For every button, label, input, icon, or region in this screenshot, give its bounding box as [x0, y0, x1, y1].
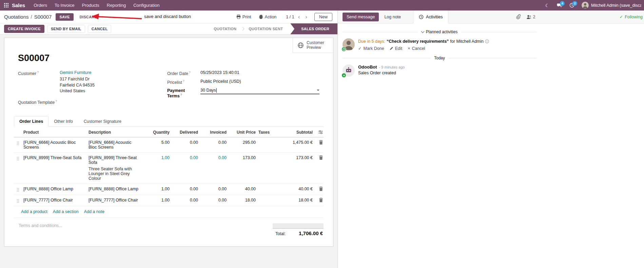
- terms-placeholder[interactable]: Terms and conditions...: [19, 223, 62, 228]
- pager: 1 / 1: [286, 15, 294, 19]
- help-icon: ?: [180, 93, 182, 96]
- log-note-button[interactable]: Log note: [380, 13, 405, 21]
- print-button[interactable]: Print: [234, 13, 254, 21]
- create-invoice-button[interactable]: CREATE INVOICE: [4, 25, 44, 33]
- apps-menu-icon[interactable]: [0, 0, 12, 11]
- send-by-email-button[interactable]: SEND BY EMAIL: [47, 25, 85, 33]
- add-section-link[interactable]: Add a section: [53, 209, 79, 214]
- customer-preview-button[interactable]: Customer Preview: [293, 38, 333, 53]
- table-row[interactable]: [FURN_8999] Three-Seat Sofa [FURN_8999] …: [14, 153, 324, 184]
- column-invoiced[interactable]: Invoiced: [199, 130, 227, 135]
- address-line: Fairfield CA 94535: [60, 82, 167, 89]
- table-row[interactable]: [FURN_8888] Office Lamp [FURN_8888] Offi…: [14, 184, 324, 195]
- state-quotation-sent[interactable]: QUOTATION SENT: [243, 23, 288, 34]
- help-icon: ?: [55, 99, 57, 103]
- order-date-field[interactable]: 05/25/2023 15:40:01: [200, 70, 319, 76]
- tab-other-info[interactable]: Other Info: [48, 116, 78, 127]
- cancel-button[interactable]: CANCEL: [88, 25, 112, 33]
- drag-handle-icon[interactable]: [14, 187, 22, 192]
- cell-invoiced: 0.00: [199, 187, 227, 191]
- table-row[interactable]: [FURN_6666] Acoustic Bloc Screens [FURN_…: [14, 137, 324, 153]
- column-subtotal[interactable]: Subtotal: [279, 130, 313, 135]
- edit-label: Edit: [395, 46, 403, 51]
- tab-activities[interactable]: Activities: [413, 11, 448, 23]
- drag-handle-icon[interactable]: [14, 140, 22, 146]
- cell-product: [FURN_7777] Office Chair: [23, 198, 87, 203]
- drag-handle-icon[interactable]: [14, 198, 22, 203]
- total-label: Total:: [275, 231, 286, 236]
- activities-button[interactable]: 2: [566, 0, 578, 11]
- send-message-button[interactable]: Send message: [343, 13, 379, 21]
- dark-mode-toggle[interactable]: ☾: [542, 0, 552, 11]
- record-title[interactable]: S00007: [18, 53, 324, 63]
- save-button[interactable]: SAVE: [56, 13, 73, 21]
- menu-to-invoice[interactable]: To Invoice: [51, 0, 78, 11]
- customer-preview-label: Customer Preview: [307, 40, 328, 50]
- following-button[interactable]: ✓ Following: [620, 14, 643, 19]
- statusbar: CREATE INVOICE SEND BY EMAIL CANCEL QUOT…: [0, 23, 337, 35]
- activity-summary: “Check delivery requirements”: [387, 38, 449, 44]
- tab-order-lines[interactable]: Order Lines: [14, 116, 48, 127]
- menu-products[interactable]: Products: [78, 0, 103, 11]
- app-brand[interactable]: Sales: [12, 2, 25, 8]
- add-product-link[interactable]: Add a product: [21, 209, 47, 214]
- state-quotation[interactable]: QUOTATION: [208, 23, 242, 34]
- new-button[interactable]: New: [314, 13, 332, 21]
- cell-subtotal: 18.00 €: [279, 198, 313, 203]
- cell-subtotal: 40.00 €: [279, 187, 313, 191]
- user-name: Mitchell Admin (save_discar: [591, 3, 641, 8]
- column-description[interactable]: Description: [89, 130, 140, 135]
- drag-handle-icon[interactable]: [14, 155, 22, 161]
- menu-orders[interactable]: Orders: [30, 0, 51, 11]
- quotation-template-field[interactable]: [60, 99, 167, 105]
- edit-activity-button[interactable]: Edit: [390, 46, 403, 51]
- delete-line-button[interactable]: [319, 140, 323, 145]
- pager-next-button[interactable]: ›: [304, 14, 309, 20]
- message-item: OdooBot - 9 minutes ago Sales Order crea…: [343, 64, 536, 77]
- cell-unit-price: 40.00: [228, 187, 256, 191]
- message-author[interactable]: OdooBot: [358, 64, 377, 70]
- chatter-toolbar: Send message Log note Activities: [338, 11, 644, 23]
- table-row[interactable]: [FURN_7777] Office Chair [FURN_7777] Off…: [14, 195, 324, 206]
- payment-terms-field[interactable]: 30 Days: [200, 88, 319, 94]
- followers-icon: [526, 15, 531, 19]
- delete-line-button[interactable]: [319, 198, 323, 202]
- column-delivered[interactable]: Delivered: [171, 130, 198, 135]
- trash-icon: [319, 198, 323, 202]
- state-sales-order[interactable]: SALES ORDER: [290, 23, 337, 34]
- cell-unit-price: 18.00: [228, 198, 256, 203]
- attach-files-button[interactable]: [516, 14, 521, 19]
- tab-customer-signature[interactable]: Customer Signature: [78, 116, 127, 127]
- caret-down-icon[interactable]: [317, 90, 319, 92]
- user-menu[interactable]: Mitchell Admin (save_discar: [579, 0, 643, 11]
- delete-line-button[interactable]: [319, 155, 323, 160]
- pricelist-field[interactable]: Public Pricelist (USD): [200, 79, 319, 85]
- add-note-link[interactable]: Add a note: [84, 209, 104, 214]
- messages-button[interactable]: 4: [554, 0, 565, 11]
- followers-button[interactable]: 2: [526, 15, 535, 19]
- optional-columns-button[interactable]: [318, 130, 323, 134]
- delete-line-button[interactable]: [319, 187, 323, 191]
- chevron-down-icon: [421, 30, 424, 33]
- customer-link[interactable]: Gemini Furniture: [60, 70, 91, 75]
- cell-description: [FURN_8999] Three-Seat Sofa: [89, 155, 137, 165]
- payment-terms-value: 30 Days: [200, 88, 216, 93]
- column-product[interactable]: Product: [23, 130, 87, 135]
- column-unit-price[interactable]: Unit Price: [228, 130, 256, 135]
- planned-activities-header[interactable]: Planned activities: [343, 30, 536, 34]
- info-icon[interactable]: [485, 39, 489, 43]
- column-taxes[interactable]: Taxes: [257, 130, 278, 135]
- menu-reporting[interactable]: Reporting: [103, 0, 130, 11]
- mark-done-button[interactable]: ✓Mark Done: [358, 46, 384, 51]
- cell-product: [FURN_6666] Acoustic Bloc Screens: [23, 140, 87, 150]
- pager-previous-button[interactable]: ‹: [296, 14, 302, 20]
- column-quantity[interactable]: Quantity: [141, 130, 170, 135]
- breadcrumb-quotations[interactable]: Quotations: [4, 14, 29, 20]
- cell-invoiced: 0.00: [199, 155, 227, 160]
- discard-button[interactable]: DISCARD: [77, 13, 100, 21]
- cancel-activity-button[interactable]: ×Cancel: [408, 46, 425, 51]
- action-button[interactable]: Action: [256, 13, 279, 21]
- menu-configuration[interactable]: Configuration: [130, 0, 163, 11]
- cell-description-line2: Three Seater Sofa with Lounger in Steel …: [89, 167, 140, 181]
- activity-due-date: Due in 5 days:: [358, 38, 385, 44]
